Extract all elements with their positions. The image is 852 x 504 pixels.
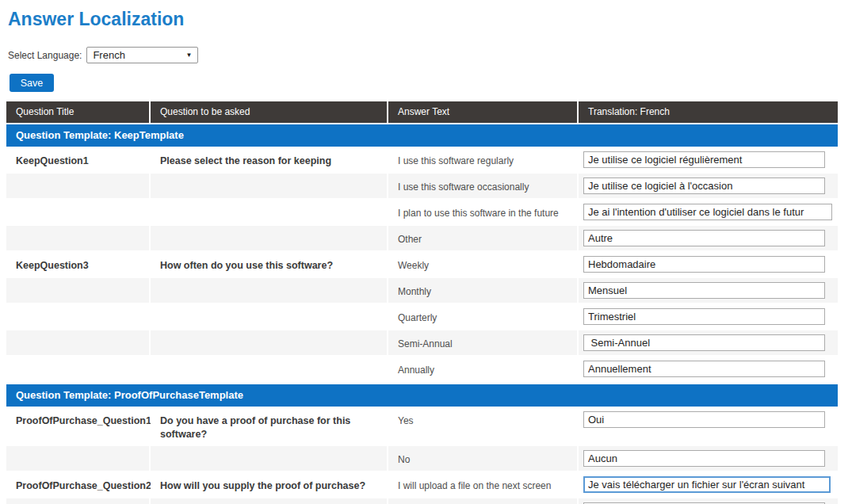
translation-input[interactable] [583, 178, 825, 194]
answer-text-cell: I use this software regularly [388, 147, 579, 174]
question-text-cell: How often do you use this software? [151, 252, 388, 278]
question-text-cell: Please select the reason for keeping [151, 147, 388, 174]
answer-text-cell: No [388, 446, 579, 472]
question-text-cell [151, 278, 388, 304]
answer-text-cell: Annually [388, 357, 579, 383]
translation-input[interactable] [583, 282, 825, 299]
question-title-cell [6, 200, 151, 226]
table-row: KeepQuestion3How often do you use this s… [6, 252, 838, 278]
question-text-cell [151, 226, 388, 252]
translation-cell [579, 278, 838, 304]
answer-text-cell: Quarterly [388, 304, 579, 330]
answer-text-cell: I plan to use this software in the futur… [388, 200, 579, 226]
translation-input[interactable] [583, 308, 825, 325]
translation-cell [579, 252, 838, 278]
translation-cell [579, 147, 838, 174]
question-title-cell [6, 278, 151, 304]
column-header: Translation: French [579, 101, 838, 123]
language-select[interactable]: French ▼ [86, 47, 198, 63]
answer-text-cell: Weekly [388, 252, 579, 278]
translation-cell [579, 304, 838, 330]
answer-text-cell: Other [388, 226, 579, 252]
translation-cell [579, 226, 838, 252]
section-header: Question Template: KeepTemplate [6, 124, 838, 147]
save-button[interactable]: Save [10, 74, 54, 92]
localization-table: Question TitleQuestion to be askedAnswer… [6, 101, 838, 504]
language-select-value: French [93, 49, 124, 61]
translation-input[interactable] [583, 230, 825, 246]
table-row: Annually [6, 357, 838, 383]
translation-cell [579, 498, 838, 504]
table-row: Other [6, 226, 838, 252]
language-row: Select Language: French ▼ [8, 47, 852, 63]
answer-text-cell: I use this software occasionally [388, 174, 579, 200]
question-title-cell: KeepQuestion1 [6, 147, 151, 174]
question-title-cell [6, 498, 151, 504]
table-row: No [6, 446, 838, 472]
answer-text-cell [388, 498, 579, 504]
question-title-cell [6, 304, 151, 330]
dropdown-arrow-icon: ▼ [186, 52, 193, 59]
answer-text-cell: Semi-Annual [388, 330, 579, 357]
question-text-cell [151, 200, 388, 226]
translation-input[interactable] [583, 411, 825, 428]
column-header: Question Title [6, 101, 151, 123]
translation-input[interactable] [583, 450, 825, 467]
select-language-label: Select Language: [8, 50, 82, 61]
question-text-cell: How will you supply the proof of purchas… [151, 472, 388, 498]
question-title-cell [6, 330, 151, 357]
table-row: KeepQuestion1Please select the reason fo… [6, 147, 838, 174]
translation-cell [579, 330, 838, 357]
question-title-cell [6, 226, 151, 252]
table-body: Question Template: KeepTemplateKeepQuest… [6, 124, 838, 504]
question-title-cell: ProofOfPurchase_Question1 [6, 407, 151, 446]
question-text-cell: Do you have a proof of purchase for this… [151, 407, 388, 446]
table-row: I use this software occasionally [6, 174, 838, 200]
translation-input[interactable] [583, 151, 825, 168]
question-title-cell [6, 446, 151, 472]
table-row: Semi-Annual [6, 330, 838, 357]
translation-input[interactable] [583, 204, 832, 220]
question-text-cell [151, 446, 388, 472]
section-header: Question Template: ProofOfPurchaseTempla… [6, 384, 838, 407]
translation-cell [579, 200, 838, 226]
answer-text-cell: Yes [388, 407, 579, 446]
table-row: Monthly [6, 278, 838, 304]
question-text-cell [151, 357, 388, 383]
question-text-cell [151, 330, 388, 357]
translation-cell [579, 472, 838, 498]
translation-input[interactable] [583, 334, 825, 351]
question-title-cell [6, 357, 151, 383]
translation-input[interactable] [583, 361, 825, 377]
question-title-cell [6, 174, 151, 200]
table-row: Quarterly [6, 304, 838, 330]
answer-text-cell: Monthly [388, 278, 579, 304]
question-text-cell [151, 174, 388, 200]
table-row: I plan to use this software in the futur… [6, 200, 838, 226]
translation-cell [579, 407, 838, 446]
translation-cell [579, 357, 838, 383]
column-header: Answer Text [388, 101, 579, 123]
translation-cell [579, 446, 838, 472]
question-text-cell [151, 498, 388, 504]
translation-cell [579, 174, 838, 200]
table-row [6, 498, 838, 504]
answer-localization-page: Answer Localization Select Language: Fre… [0, 0, 852, 504]
page-title: Answer Localization [8, 9, 852, 30]
answer-text-cell: I will upload a file on the next screen [388, 472, 579, 498]
translation-input[interactable] [583, 476, 831, 493]
question-text-cell [151, 304, 388, 330]
translation-input[interactable] [583, 256, 825, 273]
table-row: ProofOfPurchase_Question1Do you have a p… [6, 407, 838, 446]
question-title-cell: KeepQuestion3 [6, 252, 151, 278]
table-row: ProofOfPurchase_Question2How will you su… [6, 472, 838, 498]
column-header: Question to be asked [151, 101, 388, 123]
table-header-row: Question TitleQuestion to be askedAnswer… [6, 101, 838, 123]
question-title-cell: ProofOfPurchase_Question2 [6, 472, 151, 498]
